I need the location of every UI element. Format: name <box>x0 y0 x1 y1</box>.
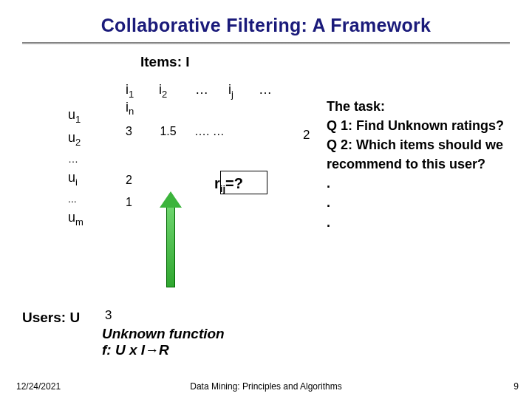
slide-title: Collaborative Filtering: A Framework <box>22 15 510 36</box>
stray-two: 2 <box>303 128 310 143</box>
col-dots1: … <box>195 82 225 98</box>
items-label: Items: I <box>140 54 190 70</box>
row-ui-sub: i <box>75 177 78 188</box>
row-u1: u <box>68 107 75 122</box>
row-u2: u <box>68 130 75 145</box>
task-q2: Q 2: Which items should we recommend to … <box>327 135 532 174</box>
column-headers: i1 i2 … ij … in <box>126 82 281 117</box>
cell-1: 1 <box>126 196 157 209</box>
footer-page: 9 <box>514 381 519 392</box>
col-ij-sub: j <box>231 89 233 100</box>
row-gap2: ... <box>68 191 83 207</box>
slide-root: Collaborative Filtering: A Framework Ite… <box>0 0 532 399</box>
col-i2-sub: 2 <box>162 89 167 100</box>
rij-label: rij=? <box>214 175 243 194</box>
rij-eq: =? <box>225 175 243 191</box>
task-dot2: . <box>327 193 532 212</box>
task-dot3: . <box>327 213 532 232</box>
unknown-function: Unknown function f: U x I→R <box>102 326 225 358</box>
row-gap1: … <box>68 151 83 167</box>
fn-line2: f: U x I→R <box>102 342 225 358</box>
task-block: The task: Q 1: Find Unknown ratings? Q 2… <box>327 97 532 232</box>
row-u2-sub: 2 <box>75 137 81 148</box>
three-below: 3 <box>105 308 112 323</box>
row-ui: u <box>68 170 75 185</box>
task-q1: Q 1: Find Unknown ratings? <box>327 116 532 135</box>
up-arrow-icon <box>160 191 182 287</box>
rij-r: r <box>214 175 220 191</box>
cell-2: 2 <box>126 174 157 187</box>
col-in-sub: n <box>129 106 134 117</box>
col-dots2: … <box>259 82 281 98</box>
cell-3: 3 <box>126 125 157 138</box>
row-um: u <box>68 210 75 225</box>
cell-1p5: 1.5 <box>160 125 191 138</box>
rij-sub: ij <box>220 183 225 194</box>
col-i1-sub: 1 <box>129 89 134 100</box>
row-u1-sub: 1 <box>75 114 81 125</box>
task-heading: The task: <box>327 97 532 116</box>
users-label: Users: U <box>22 310 80 326</box>
row-labels: u1 u2 … ui ... um <box>68 104 83 230</box>
row-um-sub: m <box>75 216 83 228</box>
task-dot1: . <box>327 174 532 193</box>
title-rule <box>22 42 510 44</box>
fn-line1: Unknown function <box>102 326 225 342</box>
cell-dots: …. … <box>194 125 239 138</box>
footer-center: Data Mining: Principles and Algorithms <box>0 381 532 392</box>
content-area: Items: I i1 i2 … ij … in u1 u2 … ui ... … <box>22 51 510 361</box>
